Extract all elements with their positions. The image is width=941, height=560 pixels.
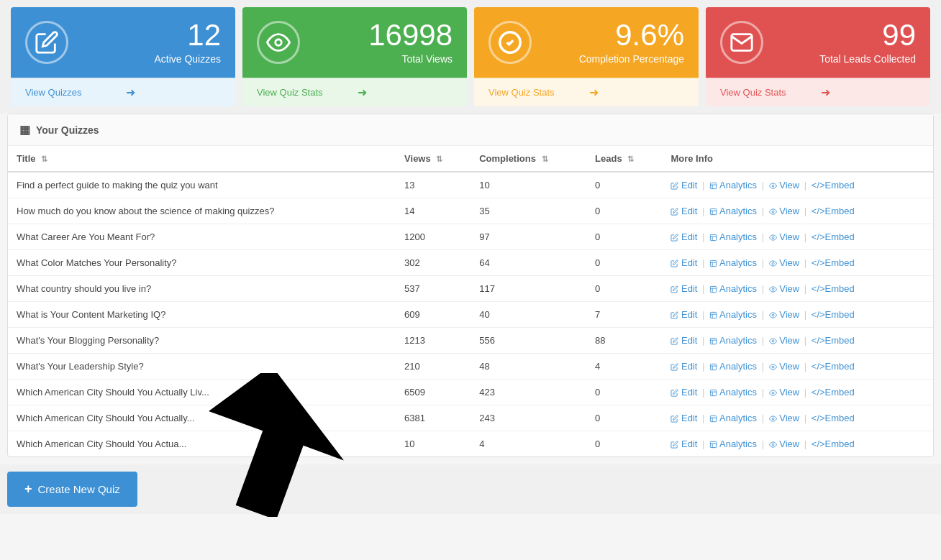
edit-link[interactable]: Edit [670, 283, 700, 294]
view-link[interactable]: View [769, 257, 802, 268]
total-leads-label: Total Leads Collected [819, 53, 916, 65]
analytics-link[interactable]: Analytics [709, 387, 760, 398]
col-title[interactable]: Title ⇅ [8, 146, 396, 172]
cell-actions: Edit | Analytics | View | </>Embed [662, 250, 933, 276]
edit-link[interactable]: Edit [670, 361, 700, 372]
cell-completions: 10 [470, 172, 586, 198]
create-button-label: Create New Quiz [38, 483, 120, 495]
view-quiz-stats-link-red[interactable]: View Quiz Stats ➜ [706, 78, 930, 106]
col-more-info: More Info [662, 146, 933, 172]
edit-link[interactable]: Edit [670, 257, 700, 268]
edit-link[interactable]: Edit [670, 413, 700, 423]
view-quiz-stats-link-orange[interactable]: View Quiz Stats ➜ [474, 78, 699, 106]
stat-card-total-views: 16998 Total Views View Quiz Stats ➜ [242, 7, 467, 106]
svg-rect-8 [710, 260, 716, 266]
embed-link[interactable]: </>Embed [812, 413, 855, 423]
embed-link[interactable]: </>Embed [812, 231, 855, 242]
cell-views: 10 [396, 431, 470, 457]
edit-link[interactable]: Edit [670, 231, 700, 242]
analytics-link[interactable]: Analytics [709, 283, 760, 294]
create-new-quiz-button[interactable]: + Create New Quiz [7, 472, 137, 507]
view-link[interactable]: View [769, 283, 802, 294]
view-link[interactable]: View [769, 309, 802, 320]
stat-card-top: 16998 Total Views [242, 7, 467, 78]
sort-icon-views: ⇅ [436, 155, 442, 163]
cell-actions: Edit | Analytics | View | </>Embed [662, 431, 933, 457]
analytics-link[interactable]: Analytics [709, 439, 760, 449]
cell-leads: 88 [586, 328, 662, 354]
table-row: Which American City Should You Actua... … [8, 431, 933, 457]
embed-link[interactable]: </>Embed [812, 180, 855, 191]
view-link[interactable]: View [769, 413, 802, 423]
views-icon [257, 21, 300, 64]
stat-card-top: 12 Active Quizzes [11, 7, 235, 78]
stat-card-top: 99 Total Leads Collected [706, 7, 930, 78]
view-link[interactable]: View [769, 206, 802, 216]
cell-views: 13 [396, 172, 470, 198]
svg-point-23 [772, 444, 774, 446]
analytics-link[interactable]: Analytics [709, 361, 760, 372]
view-quiz-stats-link-green[interactable]: View Quiz Stats ➜ [242, 78, 467, 106]
analytics-link[interactable]: Analytics [709, 180, 760, 191]
edit-link[interactable]: Edit [670, 206, 700, 216]
col-completions[interactable]: Completions ⇅ [470, 146, 586, 172]
view-link[interactable]: View [769, 387, 802, 398]
cell-views: 6381 [396, 405, 470, 431]
analytics-link[interactable]: Analytics [709, 335, 760, 346]
cell-views: 1200 [396, 224, 470, 250]
table-row: How much do you know about the science o… [8, 198, 933, 224]
embed-link[interactable]: </>Embed [812, 257, 855, 268]
completion-pct-number: 9.6% [579, 20, 684, 50]
svg-point-0 [276, 40, 282, 46]
cell-title: Which American City Should You Actually.… [8, 405, 396, 431]
svg-point-3 [772, 185, 774, 187]
cell-title: Which American City Should You Actua... [8, 431, 396, 457]
embed-link[interactable]: </>Embed [812, 439, 855, 449]
analytics-link[interactable]: Analytics [709, 257, 760, 268]
view-link[interactable]: View [769, 231, 802, 242]
view-link[interactable]: View [769, 180, 802, 191]
edit-link[interactable]: Edit [670, 439, 700, 449]
edit-link[interactable]: Edit [670, 309, 700, 320]
embed-link[interactable]: </>Embed [812, 335, 855, 346]
view-link[interactable]: View [769, 335, 802, 346]
stat-card-leads: 99 Total Leads Collected View Quiz Stats… [706, 7, 930, 106]
col-leads[interactable]: Leads ⇅ [586, 146, 662, 172]
embed-link[interactable]: </>Embed [812, 206, 855, 216]
cell-completions: 243 [470, 405, 586, 431]
edit-link[interactable]: Edit [670, 387, 700, 398]
cell-completions: 35 [470, 198, 586, 224]
cell-completions: 64 [470, 250, 586, 276]
embed-link[interactable]: </>Embed [812, 309, 855, 320]
cell-views: 6509 [396, 380, 470, 405]
edit-link[interactable]: Edit [670, 335, 700, 346]
cell-leads: 7 [586, 302, 662, 328]
view-quizzes-link[interactable]: View Quizzes ➜ [11, 78, 235, 106]
view-link[interactable]: View [769, 361, 802, 372]
cell-actions: Edit | Analytics | View | </>Embed [662, 276, 933, 302]
view-link[interactable]: View [769, 439, 802, 449]
embed-link[interactable]: </>Embed [812, 387, 855, 398]
cell-actions: Edit | Analytics | View | </>Embed [662, 198, 933, 224]
table-row: What Color Matches Your Personality? 302… [8, 250, 933, 276]
analytics-link[interactable]: Analytics [709, 206, 760, 216]
col-views[interactable]: Views ⇅ [396, 146, 470, 172]
analytics-link[interactable]: Analytics [709, 413, 760, 423]
cell-actions: Edit | Analytics | View | </>Embed [662, 405, 933, 431]
embed-link[interactable]: </>Embed [812, 361, 855, 372]
edit-link[interactable]: Edit [670, 180, 700, 191]
cell-leads: 0 [586, 224, 662, 250]
table-row: What is Your Content Marketing IQ? 609 4… [8, 302, 933, 328]
svg-rect-14 [710, 338, 716, 344]
svg-point-11 [772, 288, 774, 290]
svg-point-9 [772, 262, 774, 265]
analytics-link[interactable]: Analytics [709, 231, 760, 242]
cell-title: What Career Are You Meant For? [8, 224, 396, 250]
completion-pct-label: Completion Percentage [579, 53, 684, 65]
embed-link[interactable]: </>Embed [812, 283, 855, 294]
cell-views: 14 [396, 198, 470, 224]
cell-actions: Edit | Analytics | View | </>Embed [662, 224, 933, 250]
analytics-link[interactable]: Analytics [709, 309, 760, 320]
arrow-icon: ➜ [589, 86, 684, 99]
quizzes-table: Title ⇅ Views ⇅ Completions ⇅ Leads ⇅ Mo… [8, 146, 933, 456]
